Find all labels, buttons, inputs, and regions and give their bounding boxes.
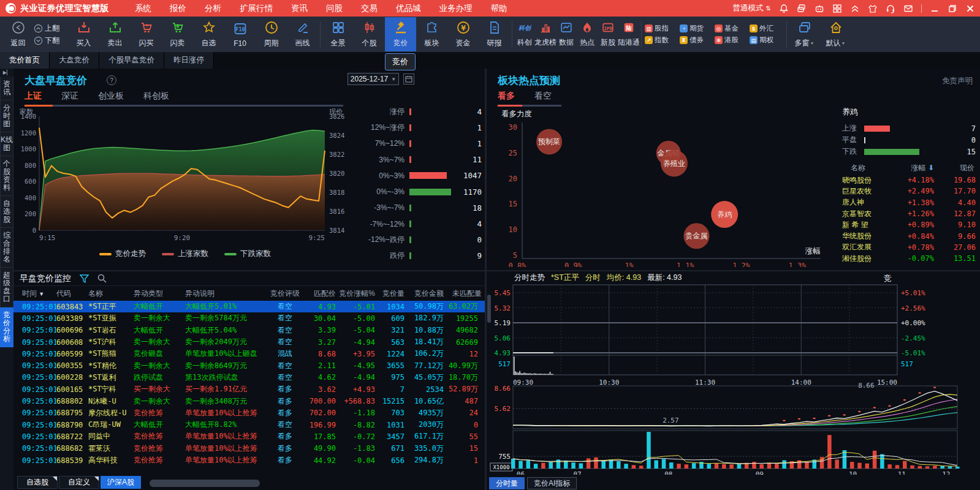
- menu-item-系统[interactable]: 系统: [135, 3, 151, 14]
- sidebar-item-自选股[interactable]: 自选股: [0, 196, 13, 228]
- grid-icon[interactable]: [832, 4, 842, 13]
- toolbar-item-研报[interactable]: 研报: [479, 17, 510, 51]
- sidebar-expand-icon[interactable]: ▶▏: [0, 69, 13, 77]
- stock-row[interactable]: 京基智农+1.26%12.87: [842, 208, 976, 219]
- disclaimer-link[interactable]: 免责声明: [942, 76, 973, 86]
- stock-row[interactable]: 湘佳股份-0.07%13.51: [842, 253, 976, 264]
- table-row[interactable]: 09:25:01688722同益中竞价抢筹单笔放量10%以上抢筹看多17.85-…: [13, 431, 485, 442]
- table-row[interactable]: 09:25:01688682霍莱沃竞价抢筹单笔放量10%以上抢筹看多49.90-…: [13, 443, 485, 454]
- table-row[interactable]: 09:25:01600599*ST熊猫竞价砸盘单笔放量10%以上砸盘混战8.68…: [13, 348, 485, 360]
- menu-item-资讯[interactable]: 资讯: [291, 3, 308, 14]
- column-header-时间[interactable]: 时间 ▼: [13, 288, 56, 299]
- table-row[interactable]: 09:25:01688539高华科技竞价抢筹单笔放量10%以上抢筹看多44.92…: [13, 454, 485, 466]
- col-chg[interactable]: 涨幅 ⬇: [892, 163, 934, 173]
- toolbar-item-个股[interactable]: 个股: [354, 17, 385, 51]
- table-row[interactable]: 09:25:01600228*ST返利跌停试盘第13次跌停试盘看空4.62-4.…: [13, 372, 485, 383]
- toolbar-item-默认[interactable]: 默认▼: [820, 17, 851, 51]
- mode-switch[interactable]: 普通模式: [733, 3, 764, 13]
- toolbar-item-返回[interactable]: 返回: [2, 17, 34, 51]
- search-icon[interactable]: [97, 274, 107, 283]
- stock-row[interactable]: 双汇发展+0.78%27.06: [842, 242, 976, 253]
- tab-竞价首页[interactable]: 竞价首页: [0, 52, 50, 69]
- toolbar-item-基金[interactable]: ◎基金: [715, 24, 748, 33]
- table-row[interactable]: 09:25:01600608*ST沪科卖一剩余大卖一剩余2049万元看空3.27…: [13, 336, 485, 348]
- toolbar-item-外汇[interactable]: $外汇: [750, 24, 783, 33]
- windows-icon[interactable]: [797, 4, 807, 13]
- restore-icon[interactable]: [948, 4, 957, 13]
- toolbar-item-期货[interactable]: ◔期货: [680, 24, 713, 33]
- stock-row[interactable]: 巨星农牧+2.49%17.70: [842, 186, 976, 197]
- menu-item-优品城[interactable]: 优品城: [396, 3, 421, 14]
- chevrons-up-icon[interactable]: [850, 4, 860, 13]
- toolbar-item-多窗[interactable]: 多窗▼: [789, 17, 820, 51]
- intraday-tab-分时量[interactable]: 分时量: [489, 477, 525, 489]
- toolbar-item-龙虎榜[interactable]: 龙虎榜: [535, 17, 556, 51]
- toolbar-item-新股[interactable]: IPO新股: [598, 17, 618, 51]
- menu-item-业务办理[interactable]: 业务办理: [439, 3, 473, 14]
- headset-icon[interactable]: [886, 4, 895, 13]
- toolbar-item-指数[interactable]: ↗指数: [645, 36, 678, 45]
- toolbar-item-股指[interactable]: ▥股指: [645, 24, 678, 33]
- sidebar-item-超级盘口[interactable]: 超级盘口: [0, 268, 13, 307]
- sidebar-item-K线图[interactable]: K线图: [0, 132, 13, 156]
- shirt-icon[interactable]: [868, 4, 878, 13]
- toolbar-item-热点[interactable]: 热点: [577, 17, 598, 51]
- menu-item-帮助[interactable]: 帮助: [491, 3, 507, 14]
- menu-item-问股[interactable]: 问股: [326, 3, 343, 14]
- toolbar-item-陆港通[interactable]: 陆陆港通: [618, 17, 639, 51]
- table-row[interactable]: 09:25:01600696*ST岩石大幅低开大幅低开5.04%看空3.39-5…: [13, 325, 485, 336]
- table-row[interactable]: 09:25:01688802N沐曦-U卖一剩余大卖一剩余3408万元看多700.…: [13, 395, 485, 407]
- mail-icon[interactable]: [903, 4, 913, 13]
- toolbar-item-闪买[interactable]: 闪买: [131, 17, 162, 51]
- table-row[interactable]: 09:25:01600355*ST精伦卖一剩余大卖一剩余8649万元看空2.11…: [13, 360, 485, 371]
- column-header-代码[interactable]: 代码: [56, 288, 88, 299]
- table-row[interactable]: 09:25:01688790C昂瑞-UW大幅低开大幅低开8.82%看空196.9…: [13, 419, 485, 431]
- toolbar-item-期权[interactable]: ▤期权: [750, 36, 783, 45]
- filter-icon[interactable]: [80, 274, 89, 283]
- sidebar-item-综合排名[interactable]: 综合排名: [0, 228, 13, 268]
- horizontal-scrollbar[interactable]: [150, 480, 260, 487]
- toolbar-item-竞价[interactable]: 竞价: [385, 17, 416, 51]
- toolbar-item-闪卖[interactable]: 闪卖: [162, 17, 193, 51]
- stock-row[interactable]: 晓鸣股份+4.18%19.68: [842, 175, 976, 186]
- menu-item-报价[interactable]: 报价: [170, 3, 186, 14]
- toolbar-item-买入[interactable]: 买入: [68, 17, 99, 51]
- menu-item-分析[interactable]: 分析: [205, 3, 221, 14]
- bell-icon[interactable]: [779, 4, 789, 13]
- toolbar-item-板块[interactable]: 板块: [416, 17, 447, 51]
- column-header-竞价量[interactable]: 竞价量: [375, 288, 405, 299]
- bottom-tab-沪深A股[interactable]: 沪深A股: [101, 476, 141, 489]
- robot-icon[interactable]: [815, 4, 824, 13]
- toolbar-item-画线[interactable]: 画线: [287, 17, 318, 51]
- bottom-tab-自选股[interactable]: 自选股: [17, 476, 58, 489]
- intraday-tab-竞价AI指标[interactable]: 竞价AI指标: [527, 477, 577, 489]
- column-header-异动类型[interactable]: 异动类型: [134, 288, 185, 299]
- tab-昨日涨停[interactable]: 昨日涨停: [164, 52, 214, 69]
- sidebar-item-资讯[interactable]: 资讯: [0, 77, 13, 100]
- minimize-icon[interactable]: [930, 4, 940, 13]
- column-header-名称[interactable]: 名称: [88, 288, 134, 299]
- sidebar-item-个股资料[interactable]: 个股资料: [0, 156, 13, 196]
- calendar-icon[interactable]: [403, 74, 414, 85]
- menu-item-扩展行情[interactable]: 扩展行情: [240, 3, 273, 14]
- table-row[interactable]: 09:25:01600165*ST宁科买一剩余大买一剩余1.91亿元看多3.62…: [13, 383, 485, 395]
- toolbar-item-数据[interactable]: 数据: [556, 17, 577, 51]
- toolbar-item-卖出[interactable]: 卖出: [99, 17, 131, 51]
- column-header-竞价涨幅%[interactable]: 竞价涨幅%: [336, 288, 375, 299]
- toolbar-item-上翻[interactable]: 上翻: [34, 23, 68, 34]
- date-select[interactable]: 2025-12-17 ▼: [348, 73, 399, 85]
- tab-个股早盘竞价[interactable]: 个股早盘竞价: [99, 52, 164, 69]
- sidebar-item-竞价分析[interactable]: 竞价分析: [0, 307, 13, 347]
- menu-item-交易[interactable]: 交易: [361, 3, 378, 14]
- toolbar-item-全景[interactable]: 全景: [322, 17, 354, 51]
- bottom-tab-自定义[interactable]: 自定义: [59, 476, 99, 489]
- column-header-竞价金额[interactable]: 竞价金额: [405, 288, 444, 299]
- stock-row[interactable]: 唐人神+1.38%4.40: [842, 197, 976, 208]
- column-header-异动说明[interactable]: 异动说明: [185, 288, 268, 299]
- column-header-匹配价[interactable]: 匹配价: [302, 288, 336, 299]
- toolbar-item-周期[interactable]: 周期: [256, 17, 287, 51]
- sidebar-item-分时图[interactable]: 分时图: [0, 100, 13, 132]
- table-row[interactable]: 09:25:01688795摩尔线程-U竞价抢筹单笔放量10%以上抢筹看多702…: [13, 407, 485, 419]
- close-icon[interactable]: [965, 4, 975, 13]
- toolbar-item-F10[interactable]: F10F10: [224, 17, 256, 51]
